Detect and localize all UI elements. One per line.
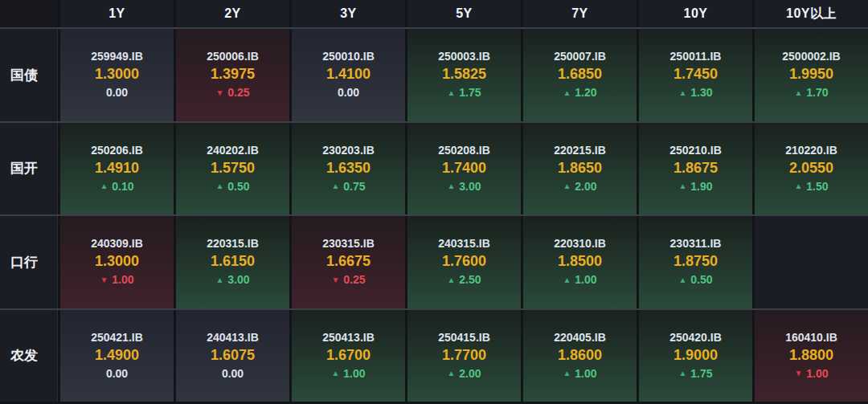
up-arrow-icon: ▲ [331,182,339,190]
change-value: 1.30 [690,86,712,100]
bond-cell[interactable]: 160410.IB 1.8800 ▲ ▼ 1.00 [755,310,868,402]
change-value: 3.00 [227,273,249,287]
change-value: 1.00 [575,273,596,287]
col-header-2y: 2Y [176,0,289,27]
bond-yield: 1.8675 [674,160,718,177]
change-value: 1.70 [806,86,828,100]
bond-code: 240413.IB [207,331,259,344]
bond-yield: 1.7400 [442,160,486,177]
change-value: 2.00 [575,180,596,194]
bond-cell[interactable]: 259949.IB 1.3000 ▲ ▼ 0.00 [60,29,174,121]
change-value: 0.00 [106,367,128,381]
down-arrow-icon: ▼ [100,276,108,284]
bond-code: 230203.IB [322,144,375,157]
bond-yield: 1.8600 [558,347,602,364]
bond-change: ▲ ▼ 2.00 [447,367,481,381]
bond-code: 240309.IB [91,237,143,250]
bond-yield: 1.7700 [442,347,486,364]
change-value: 3.00 [459,180,481,194]
change-value: 0.25 [343,273,365,287]
bond-change: ▲ ▼ 1.00 [563,367,596,381]
bond-cell[interactable]: 250011.IB 1.7450 ▲ ▼ 1.30 [639,29,752,121]
bond-cell[interactable]: 250413.IB 1.6700 ▲ ▼ 1.00 [292,310,405,402]
bond-code: 240315.IB [438,237,490,250]
bond-change: ▲ ▼ 0.50 [215,180,249,194]
bond-cell[interactable]: 240309.IB 1.3000 ▲ ▼ 1.00 [60,216,174,308]
bond-code: 230315.IB [322,237,375,250]
up-arrow-icon: ▲ [215,182,223,190]
bond-cell[interactable]: 250420.IB 1.9000 ▲ ▼ 1.75 [639,310,752,402]
bond-cell[interactable]: 250415.IB 1.7700 ▲ ▼ 2.00 [407,310,521,402]
bond-cell[interactable]: 220215.IB 1.8650 ▲ ▼ 2.00 [523,123,637,215]
bond-cell[interactable]: 250208.IB 1.7400 ▲ ▼ 3.00 [407,123,521,215]
bond-change: ▲ ▼ 1.00 [100,273,133,287]
bond-cell[interactable]: 250003.IB 1.5825 ▲ ▼ 1.75 [407,29,521,121]
bond-cell[interactable]: 250007.IB 1.6850 ▲ ▼ 1.20 [523,29,637,121]
up-arrow-icon: ▲ [447,182,455,190]
bond-cell[interactable]: 220310.IB 1.8500 ▲ ▼ 1.00 [523,216,637,308]
bond-yield: 1.6150 [211,253,255,270]
header-corner-cell [0,0,58,27]
col-header-1y: 1Y [60,0,174,27]
up-arrow-icon: ▲ [447,369,455,377]
change-value: 1.50 [806,180,828,194]
bond-yield: 1.9950 [789,66,833,83]
bond-cell[interactable]: 2500002.IB 1.9950 ▲ ▼ 1.70 [755,29,868,121]
bond-code: 250010.IB [322,50,375,63]
row-kouhang: 口行 240309.IB 1.3000 ▲ ▼ 1.00 220315.IB 1… [0,214,868,308]
up-arrow-icon: ▲ [794,89,802,97]
bond-cell-empty [755,216,868,308]
bond-yield: 1.4900 [95,347,139,364]
bond-change: ▲ ▼ 1.75 [678,367,712,381]
bond-code: 2500002.IB [782,50,840,63]
bond-cell[interactable]: 250006.IB 1.3975 ▲ ▼ 0.25 [176,29,289,121]
bond-cell[interactable]: 250210.IB 1.8675 ▲ ▼ 1.90 [639,123,752,215]
bond-cell[interactable]: 240413.IB 1.6075 ▲ ▼ 0.00 [176,310,289,402]
change-value: 1.20 [575,86,596,100]
bond-change: ▲ ▼ 1.50 [794,180,828,194]
row-label: 农发 [0,310,58,402]
bond-change: ▲ ▼ 1.70 [794,86,828,100]
row-guokai: 国开 250206.IB 1.4910 ▲ ▼ 0.10 240202.IB 1… [0,121,868,215]
bond-cell[interactable]: 230203.IB 1.6350 ▲ ▼ 0.75 [292,123,405,215]
bond-cell[interactable]: 220315.IB 1.6150 ▲ ▼ 3.00 [176,216,289,308]
change-value: 1.75 [459,86,481,100]
bond-change: ▲ ▼ 1.75 [447,86,481,100]
bond-code: 240202.IB [207,144,259,157]
bond-yield: 2.0550 [789,160,833,177]
change-value: 2.00 [459,367,481,381]
bond-cell[interactable]: 240202.IB 1.5750 ▲ ▼ 0.50 [176,123,289,215]
bond-code: 250007.IB [554,50,606,63]
bond-yield: 1.8750 [674,253,718,270]
bond-code: 210220.IB [785,144,837,157]
row-label: 国开 [0,123,58,215]
bond-yield: 1.7600 [442,253,486,270]
up-arrow-icon: ▲ [563,89,571,97]
bond-cell[interactable]: 240315.IB 1.7600 ▲ ▼ 2.50 [407,216,521,308]
up-arrow-icon: ▲ [678,89,686,97]
bond-yield: 1.9000 [674,347,718,364]
down-arrow-icon: ▼ [331,276,339,284]
up-arrow-icon: ▲ [563,369,571,377]
bond-yield: 1.6700 [326,347,371,364]
bond-cell[interactable]: 230311.IB 1.8750 ▲ ▼ 0.50 [639,216,752,308]
row-label: 国债 [0,29,58,121]
bond-yield: 1.3000 [95,66,139,83]
bond-cell[interactable]: 250206.IB 1.4910 ▲ ▼ 0.10 [60,123,174,215]
bond-yield: 1.8650 [558,160,602,177]
bond-change: ▲ ▼ 1.00 [563,273,596,287]
change-value: 0.00 [222,367,244,381]
bond-cell[interactable]: 210220.IB 2.0550 ▲ ▼ 1.50 [755,123,868,215]
bond-cell[interactable]: 230315.IB 1.6675 ▲ ▼ 0.25 [292,216,405,308]
up-arrow-icon: ▲ [678,276,686,284]
bond-change: ▲ ▼ 0.00 [222,367,244,381]
bond-cell[interactable]: 220405.IB 1.8600 ▲ ▼ 1.00 [523,310,637,402]
bond-change: ▲ ▼ 2.00 [563,180,596,194]
bond-cell[interactable]: 250421.IB 1.4900 ▲ ▼ 0.00 [60,310,174,402]
bond-code: 250206.IB [91,144,143,157]
bond-cell[interactable]: 250010.IB 1.4100 ▲ ▼ 0.00 [292,29,405,121]
bond-code: 250420.IB [669,331,722,344]
bond-code: 160410.IB [785,331,837,344]
col-header-7y: 7Y [523,0,637,27]
bond-yield: 1.4100 [326,66,371,83]
